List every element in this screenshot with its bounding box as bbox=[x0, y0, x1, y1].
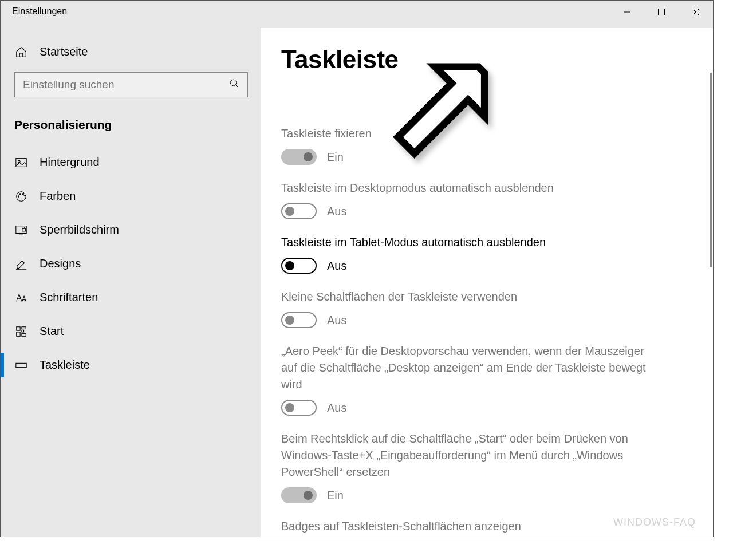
setting-item: Badges auf Taskleisten-Schaltflächen anz… bbox=[281, 518, 648, 537]
search-box[interactable] bbox=[14, 72, 248, 97]
maximize-button[interactable] bbox=[644, 1, 679, 23]
window-title: Einstellungen bbox=[1, 1, 78, 22]
svg-point-10 bbox=[22, 193, 23, 194]
svg-rect-22 bbox=[22, 333, 26, 336]
toggle-switch[interactable] bbox=[281, 203, 317, 219]
watermark: WINDOWS-FAQ bbox=[613, 516, 696, 529]
toggle-switch[interactable] bbox=[281, 258, 317, 274]
sidebar-item-label: Start bbox=[40, 325, 64, 338]
sidebar-home-label: Startseite bbox=[40, 45, 88, 58]
setting-label: Kleine Schaltflächen der Taskleiste verw… bbox=[281, 289, 648, 305]
taskbar-icon bbox=[14, 359, 28, 372]
svg-rect-13 bbox=[22, 228, 26, 231]
setting-label: „Aero Peek“ für die Desktopvorschau verw… bbox=[281, 343, 648, 393]
sidebar-item-label: Farben bbox=[40, 190, 76, 203]
toggle-state: Aus bbox=[327, 401, 346, 415]
search-icon bbox=[229, 78, 239, 92]
svg-rect-21 bbox=[17, 332, 20, 336]
brush-icon bbox=[14, 258, 28, 270]
window-buttons bbox=[610, 1, 713, 23]
minimize-icon bbox=[623, 8, 631, 16]
sidebar-item-label: Designs bbox=[40, 257, 81, 270]
setting-item: Taskleiste im Desktopmodus automatisch a… bbox=[281, 180, 648, 219]
sidebar: Startseite Personalisierung HintergrundF… bbox=[1, 28, 261, 537]
sidebar-item-farben[interactable]: Farben bbox=[1, 179, 261, 213]
sidebar-item-label: Schriftarten bbox=[40, 291, 98, 304]
setting-label: Taskleiste im Desktopmodus automatisch a… bbox=[281, 180, 648, 196]
picture-icon bbox=[14, 156, 28, 169]
settings-list: Taskleiste fixierenEinTaskleiste im Desk… bbox=[281, 125, 713, 537]
svg-point-4 bbox=[230, 80, 237, 86]
setting-item: „Aero Peek“ für die Desktopvorschau verw… bbox=[281, 343, 648, 416]
scrollbar[interactable] bbox=[710, 73, 712, 267]
sidebar-item-label: Taskleiste bbox=[40, 358, 90, 372]
svg-rect-23 bbox=[16, 363, 26, 367]
close-icon bbox=[692, 8, 700, 16]
sidebar-nav: HintergrundFarbenSperrbildschirmDesignsS… bbox=[1, 145, 261, 382]
setting-label: Badges auf Taskleisten-Schaltflächen anz… bbox=[281, 518, 648, 535]
sidebar-item-schriftarten[interactable]: Schriftarten bbox=[1, 281, 261, 314]
svg-rect-1 bbox=[659, 9, 665, 15]
svg-point-7 bbox=[18, 160, 21, 163]
font-icon bbox=[14, 291, 28, 304]
sidebar-item-label: Sperrbildschirm bbox=[40, 223, 119, 236]
sidebar-item-label: Hintergrund bbox=[40, 156, 100, 169]
toggle-state: Aus bbox=[327, 205, 346, 218]
settings-window: Einstellungen Startseite bbox=[0, 0, 714, 537]
sidebar-item-taskleiste[interactable]: Taskleiste bbox=[1, 348, 261, 382]
setting-item: Kleine Schaltflächen der Taskleiste verw… bbox=[281, 289, 648, 328]
search-input[interactable] bbox=[23, 78, 218, 91]
setting-label: Taskleiste fixieren bbox=[281, 125, 648, 142]
sidebar-item-designs[interactable]: Designs bbox=[1, 247, 261, 281]
toggle-switch[interactable] bbox=[281, 400, 317, 416]
svg-rect-19 bbox=[22, 326, 26, 329]
minimize-button[interactable] bbox=[610, 1, 644, 23]
titlebar: Einstellungen bbox=[1, 1, 713, 28]
palette-icon bbox=[14, 190, 28, 203]
svg-rect-18 bbox=[17, 326, 20, 330]
svg-rect-6 bbox=[16, 158, 26, 167]
toggle-switch[interactable] bbox=[281, 487, 317, 503]
sidebar-item-sperrbildschirm[interactable]: Sperrbildschirm bbox=[1, 213, 261, 247]
setting-item: Taskleiste fixierenEin bbox=[281, 125, 648, 165]
lockscreen-icon bbox=[14, 224, 28, 236]
content-area: Taskleiste Taskleiste fixierenEinTasklei… bbox=[261, 28, 713, 537]
setting-item: Taskleiste im Tablet-Modus automatisch a… bbox=[281, 234, 648, 274]
svg-rect-11 bbox=[16, 226, 26, 233]
tiles-icon bbox=[14, 325, 28, 338]
setting-label: Taskleiste im Tablet-Modus automatisch a… bbox=[281, 234, 648, 251]
toggle-state: Aus bbox=[327, 314, 346, 327]
svg-point-9 bbox=[19, 193, 21, 194]
toggle-switch[interactable] bbox=[281, 312, 317, 328]
home-icon bbox=[14, 46, 28, 58]
toggle-state: Ein bbox=[327, 151, 344, 164]
maximize-icon bbox=[657, 8, 665, 16]
toggle-switch[interactable] bbox=[281, 149, 317, 165]
sidebar-category: Personalisierung bbox=[1, 115, 261, 145]
sidebar-item-hintergrund[interactable]: Hintergrund bbox=[1, 145, 261, 179]
close-button[interactable] bbox=[679, 1, 713, 23]
sidebar-item-start[interactable]: Start bbox=[1, 314, 261, 348]
page-title: Taskleiste bbox=[281, 45, 713, 74]
toggle-state: Aus bbox=[327, 259, 346, 273]
svg-point-8 bbox=[18, 195, 19, 196]
sidebar-home[interactable]: Startseite bbox=[1, 28, 261, 72]
setting-label: Beim Rechtsklick auf die Schaltfläche „S… bbox=[281, 431, 648, 480]
svg-line-5 bbox=[235, 85, 238, 88]
svg-rect-20 bbox=[22, 330, 24, 332]
setting-item: Beim Rechtsklick auf die Schaltfläche „S… bbox=[281, 431, 648, 503]
toggle-state: Ein bbox=[327, 489, 344, 502]
